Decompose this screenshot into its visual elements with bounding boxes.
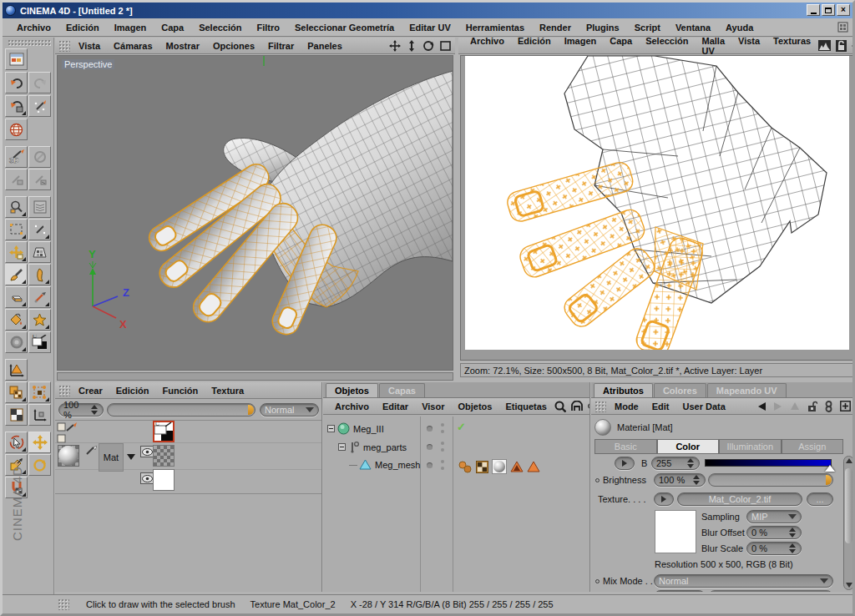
gradient-marker[interactable] <box>825 465 835 472</box>
material-expand-arrow[interactable] <box>127 454 135 460</box>
eraser-tool-icon[interactable] <box>5 286 28 308</box>
texture-tag-icon[interactable] <box>476 461 488 473</box>
axes-icon[interactable] <box>28 404 51 426</box>
tab-illumination[interactable]: Illumination <box>719 439 782 454</box>
texture-warp-icon[interactable] <box>28 196 51 218</box>
tab-atributos[interactable]: Atributos <box>594 383 653 397</box>
menu-item[interactable]: Imagen <box>558 36 604 56</box>
render-visibility-dot-top[interactable] <box>441 442 444 445</box>
anim-dot[interactable] <box>595 579 600 583</box>
scroll-up-icon[interactable] <box>846 458 852 463</box>
zoom-view-icon[interactable] <box>405 39 418 53</box>
menu-item[interactable]: Editar <box>376 401 415 412</box>
menu-item[interactable]: Render <box>532 23 579 33</box>
render-visibility-dot-bottom[interactable] <box>441 448 444 452</box>
collapse-icon[interactable] <box>338 443 346 451</box>
menu-item[interactable]: Archivo <box>328 401 376 412</box>
color-channel-thumbnail[interactable]: C <box>153 421 175 442</box>
paintbrush-tool-icon[interactable] <box>5 264 28 285</box>
enabled-check[interactable]: ✓ <box>457 421 466 433</box>
pan-view-icon[interactable] <box>851 39 855 53</box>
menu-item[interactable]: Archivo <box>9 23 58 33</box>
statusbar-grip[interactable] <box>58 598 69 610</box>
maximize-button[interactable] <box>822 4 835 16</box>
menu-item[interactable]: Edit <box>645 401 676 412</box>
material-zoom-field[interactable]: 100 % <box>58 403 104 417</box>
render-visibility-dot-bottom[interactable] <box>441 430 444 433</box>
tab-assign[interactable]: Assign <box>782 439 844 454</box>
menu-item[interactable]: Crear <box>72 386 109 396</box>
menu-item[interactable]: Edición <box>109 386 156 396</box>
close-button[interactable]: × <box>837 4 850 16</box>
attributes-scrollbar[interactable] <box>843 456 854 590</box>
alpha-channel-thumbnail[interactable] <box>153 445 175 467</box>
material-tag-icon[interactable] <box>492 459 507 474</box>
scrollbar-thumb[interactable] <box>845 468 852 543</box>
menu-item[interactable]: Edición <box>58 23 107 33</box>
material-name-cell[interactable]: Mat <box>99 443 124 472</box>
live-selection-icon[interactable] <box>5 432 28 453</box>
material-manager-icon[interactable] <box>5 48 28 70</box>
perspective-canvas[interactable]: Z X Y <box>57 55 453 371</box>
editor-visibility-dot[interactable] <box>427 426 433 432</box>
projection-paint-icon[interactable] <box>28 146 51 168</box>
editor-visibility-dot[interactable] <box>427 444 433 450</box>
phong-tag-icon[interactable] <box>510 461 524 472</box>
selection-tag-icon[interactable] <box>458 461 473 473</box>
menu-item[interactable]: Opciones <box>206 41 261 51</box>
expand-channel-button[interactable] <box>615 457 635 470</box>
brightness-slider[interactable] <box>708 473 833 487</box>
blur-offset-field[interactable]: 0 % <box>746 526 802 539</box>
parent-up-icon[interactable] <box>788 400 802 413</box>
menu-item[interactable]: Función <box>155 386 205 396</box>
scroll-down-icon[interactable] <box>846 583 852 588</box>
menu-item[interactable]: Editar UV <box>402 23 458 33</box>
layer-thumbnail-white[interactable] <box>153 469 175 491</box>
menu-item[interactable]: User Data <box>676 401 732 412</box>
menu-item[interactable]: Vista <box>72 41 107 51</box>
menu-item[interactable]: Herramientas <box>458 23 532 33</box>
paint-mode-a-icon[interactable] <box>5 169 28 190</box>
panel-grip[interactable] <box>58 385 70 396</box>
menu-item[interactable]: Etiquetas <box>498 401 554 412</box>
texture-browse-button[interactable]: ... <box>807 492 833 506</box>
menu-item[interactable]: Capa <box>603 36 639 56</box>
toggle-view-icon[interactable] <box>438 39 452 53</box>
sampling-dropdown[interactable]: MIP <box>746 510 802 523</box>
search-icon[interactable] <box>554 400 567 413</box>
paint-mode-b-icon[interactable] <box>28 169 51 190</box>
texture-expand-button[interactable] <box>654 492 674 506</box>
layer-add-icon[interactable] <box>57 434 77 445</box>
layout-icon[interactable] <box>836 21 849 34</box>
menu-item[interactable]: Mostrar <box>159 41 206 51</box>
blend-mode-dropdown[interactable]: Normal <box>260 403 319 417</box>
object-name[interactable]: Meg_III <box>353 424 384 434</box>
brightness-field[interactable]: 100 % <box>654 473 706 487</box>
revert-to-saved-icon[interactable] <box>5 95 28 117</box>
blur-scale-field[interactable]: 0 % <box>746 542 802 555</box>
rectangle-select-icon[interactable] <box>5 219 28 240</box>
fill-bucket-icon[interactable] <box>5 309 28 331</box>
redo-icon[interactable] <box>28 72 51 93</box>
tree-item-meg-parts[interactable]: meg_parts <box>338 441 407 453</box>
mix-strength-slider[interactable] <box>708 590 833 592</box>
collapse-icon[interactable] <box>327 425 335 432</box>
b-value-field[interactable]: 255 <box>651 457 700 470</box>
menu-item[interactable]: Vista <box>731 36 766 56</box>
color-swatch-icon[interactable]: C <box>28 331 51 353</box>
menu-item[interactable]: Plugins <box>579 23 627 33</box>
menu-item[interactable]: Mode <box>608 401 645 412</box>
brush-sparkle-icon[interactable] <box>28 95 51 117</box>
minimize-button[interactable] <box>807 4 820 16</box>
home-icon[interactable] <box>570 400 584 413</box>
history-back-icon[interactable] <box>755 400 768 413</box>
layer-set-icon[interactable] <box>57 422 77 433</box>
editor-visibility-dot[interactable] <box>427 462 433 468</box>
checker-tile-icon[interactable] <box>5 404 28 426</box>
panel-grip[interactable] <box>58 40 70 52</box>
tree-item-meg-mesh[interactable]: Meg_mesh <box>349 459 420 471</box>
rotate-view-icon[interactable] <box>422 39 435 53</box>
texture-file-button[interactable]: Mat_Color_2.tif <box>677 492 802 506</box>
menu-item[interactable]: Objetos <box>451 401 498 412</box>
smudge-tool-icon[interactable] <box>28 264 51 285</box>
